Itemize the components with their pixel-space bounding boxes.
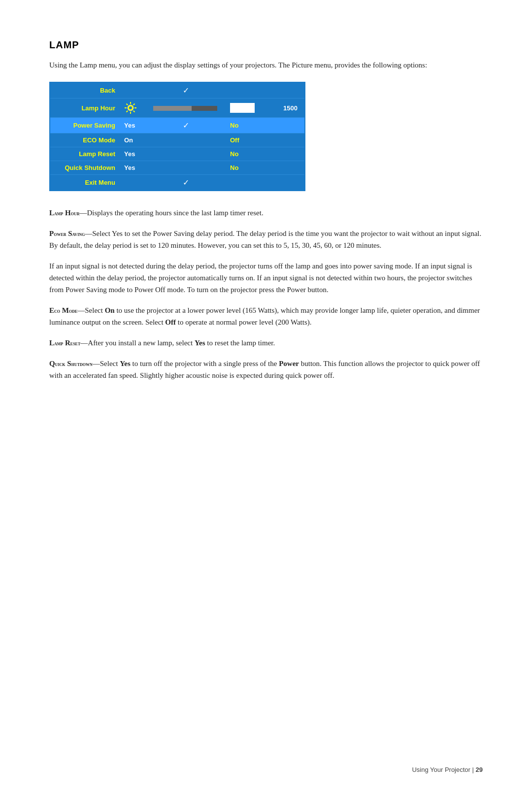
menu-table: Back Lamp Hour xyxy=(50,83,304,190)
page-footer: Using Your Projector | 29 xyxy=(412,766,483,773)
menu-val1-lamp-reset: Yes xyxy=(119,147,146,161)
desc-power-saving: Power Saving—Select Yes to set the Power… xyxy=(49,228,483,251)
menu-val1-exit-menu xyxy=(119,175,146,191)
term-lamp-reset: Lamp Reset xyxy=(49,339,80,347)
term-lamp-hour: Lamp Hour xyxy=(49,209,79,217)
menu-label-quick-shutdown: Quick Shutdown xyxy=(50,161,119,175)
desc-lamp-reset: Lamp Reset—After you install a new lamp,… xyxy=(49,337,483,349)
term-quick-shutdown: Quick Shutdown xyxy=(49,360,93,367)
menu-check-eco-mode xyxy=(146,133,225,147)
svg-line-7 xyxy=(133,104,135,105)
menu-extra-back xyxy=(263,83,304,99)
checkmark-exit-menu xyxy=(183,178,189,187)
checkmark-back xyxy=(183,86,189,95)
menu-check-back xyxy=(146,83,225,99)
menu-val1-quick-shutdown: Yes xyxy=(119,161,146,175)
menu-row-back[interactable]: Back xyxy=(50,83,304,99)
menu-check-quick-shutdown xyxy=(146,161,225,175)
separator-lamp-reset: — xyxy=(80,339,88,347)
menu-extra-power-saving xyxy=(263,118,304,133)
desc-eco-mode: Eco Mode—Select On to use the projector … xyxy=(49,304,483,328)
menu-val1-power-saving: Yes xyxy=(119,118,146,133)
menu-label-lamp-reset: Lamp Reset xyxy=(50,147,119,161)
separator-eco-mode: — xyxy=(77,306,85,314)
separator-lamp-hour: — xyxy=(79,209,87,217)
menu-row-quick-shutdown[interactable]: Quick Shutdown Yes No xyxy=(50,161,304,175)
footer-page-number: 29 xyxy=(476,766,483,773)
menu-check-power-saving xyxy=(146,118,225,133)
menu-row-lamp-hour[interactable]: Lamp Hour xyxy=(50,99,304,118)
separator-power-saving: — xyxy=(85,230,92,237)
menu-white-box xyxy=(225,99,263,118)
menu-check-lamp-hour xyxy=(146,99,225,118)
menu-label-exit-menu: Exit Menu xyxy=(50,175,119,191)
intro-text: Using the Lamp menu, you can adjust the … xyxy=(49,60,483,71)
menu-val2-lamp-reset: No xyxy=(225,147,263,161)
menu-row-exit-menu[interactable]: Exit Menu xyxy=(50,175,304,191)
desc-power-saving-extra: If an input signal is not detected durin… xyxy=(49,260,483,296)
menu-val1-back xyxy=(119,83,146,99)
menu-extra-lamp-reset xyxy=(263,147,304,161)
menu-extra-exit-menu xyxy=(263,175,304,191)
menu-row-power-saving[interactable]: Power Saving Yes No xyxy=(50,118,304,133)
menu-val2-exit-menu xyxy=(225,175,263,191)
menu-val2-back xyxy=(225,83,263,99)
menu-icon-lamp xyxy=(119,99,146,118)
menu-label-eco-mode: ECO Mode xyxy=(50,133,119,147)
term-eco-mode: Eco Mode xyxy=(49,306,77,314)
menu-val2-quick-shutdown: No xyxy=(225,161,263,175)
menu-check-exit-menu xyxy=(146,175,225,191)
lamp-hour-bar xyxy=(153,106,217,111)
lamp-hour-bar-fill xyxy=(153,106,192,111)
menu-val1-eco-mode: On xyxy=(119,133,146,147)
menu-label-back: Back xyxy=(50,83,119,99)
svg-line-5 xyxy=(127,104,128,105)
lamp-icon xyxy=(124,101,137,114)
checkmark-power-saving xyxy=(183,121,189,130)
desc-quick-shutdown: Quick Shutdown—Select Yes to turn off th… xyxy=(49,358,483,381)
menu-val2-power-saving: No xyxy=(225,118,263,133)
page-heading: Lamp xyxy=(49,39,483,51)
menu-container: Back Lamp Hour xyxy=(49,82,305,191)
menu-row-lamp-reset[interactable]: Lamp Reset Yes No xyxy=(50,147,304,161)
lamp-hour-white-box xyxy=(230,103,255,113)
menu-extra-lamp-hour: 1500 xyxy=(263,99,304,118)
menu-check-lamp-reset xyxy=(146,147,225,161)
menu-val2-eco-mode: Off xyxy=(225,133,263,147)
menu-label-lamp-hour: Lamp Hour xyxy=(50,99,119,118)
term-power-saving: Power Saving xyxy=(49,230,85,237)
svg-point-9 xyxy=(129,106,132,109)
svg-line-6 xyxy=(133,111,135,112)
menu-row-eco-mode[interactable]: ECO Mode On Off xyxy=(50,133,304,147)
svg-line-8 xyxy=(127,111,128,112)
footer-separator: | xyxy=(472,766,476,773)
footer-text: Using Your Projector xyxy=(412,766,470,773)
separator-quick-shutdown: — xyxy=(93,360,100,367)
desc-lamp-hour: Lamp Hour—Displays the operating hours s… xyxy=(49,207,483,219)
menu-label-power-saving: Power Saving xyxy=(50,118,119,133)
menu-extra-quick-shutdown xyxy=(263,161,304,175)
menu-extra-eco-mode xyxy=(263,133,304,147)
